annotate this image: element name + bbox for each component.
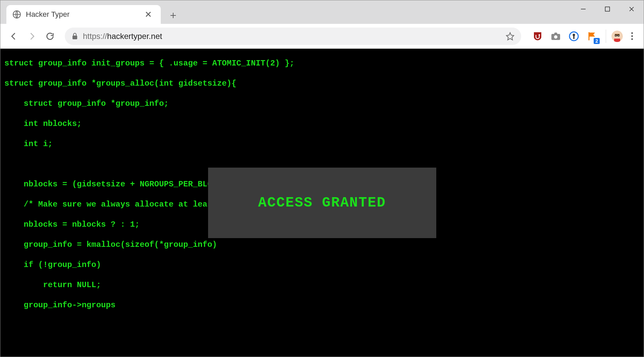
svg-point-5 bbox=[554, 35, 557, 39]
forward-button[interactable] bbox=[24, 29, 39, 44]
access-overlay: ACCESS GRANTED bbox=[208, 168, 436, 238]
globe-icon bbox=[12, 10, 21, 19]
flag-icon[interactable]: 2 bbox=[586, 31, 598, 42]
page-content[interactable]: struct group_info init_groups = { .usage… bbox=[0, 49, 644, 357]
browser-tab-active[interactable]: Hacker Typer ✕ bbox=[6, 5, 161, 24]
profile-avatar[interactable] bbox=[611, 31, 623, 42]
access-overlay-text: ACCESS GRANTED bbox=[258, 195, 386, 211]
browser-tabstrip: Hacker Typer ✕ bbox=[0, 0, 644, 24]
address-bar[interactable]: https://hackertyper.net bbox=[65, 28, 521, 45]
svg-rect-14 bbox=[614, 39, 620, 42]
onepassword-icon[interactable] bbox=[568, 31, 580, 42]
lock-icon bbox=[71, 33, 78, 40]
url-text: https://hackertyper.net bbox=[83, 32, 501, 41]
svg-rect-1 bbox=[605, 7, 610, 11]
tab-title: Hacker Typer bbox=[26, 10, 143, 19]
new-tab-button[interactable] bbox=[165, 7, 182, 24]
url-host: hackertyper.net bbox=[107, 32, 162, 41]
reload-button[interactable] bbox=[43, 29, 57, 44]
window-minimize-button[interactable] bbox=[571, 0, 595, 18]
back-button[interactable] bbox=[6, 29, 21, 44]
ublock-icon[interactable] bbox=[532, 31, 543, 42]
window-maximize-button[interactable] bbox=[595, 0, 620, 18]
extension-icons: 2 bbox=[532, 31, 598, 42]
camera-icon[interactable] bbox=[550, 31, 561, 42]
flag-badge-count: 2 bbox=[594, 38, 600, 44]
svg-point-3 bbox=[539, 34, 540, 35]
tab-close-icon[interactable]: ✕ bbox=[143, 9, 154, 20]
url-scheme: https:// bbox=[83, 32, 107, 41]
svg-rect-8 bbox=[573, 36, 575, 39]
chrome-menu-button[interactable] bbox=[626, 30, 638, 42]
browser-toolbar: https://hackertyper.net 2 bbox=[0, 24, 644, 49]
bookmark-star-icon[interactable] bbox=[506, 32, 514, 41]
window-close-button[interactable] bbox=[620, 0, 644, 18]
toolbar-divider bbox=[606, 30, 606, 43]
window-controls bbox=[571, 0, 644, 18]
svg-rect-2 bbox=[72, 36, 77, 39]
